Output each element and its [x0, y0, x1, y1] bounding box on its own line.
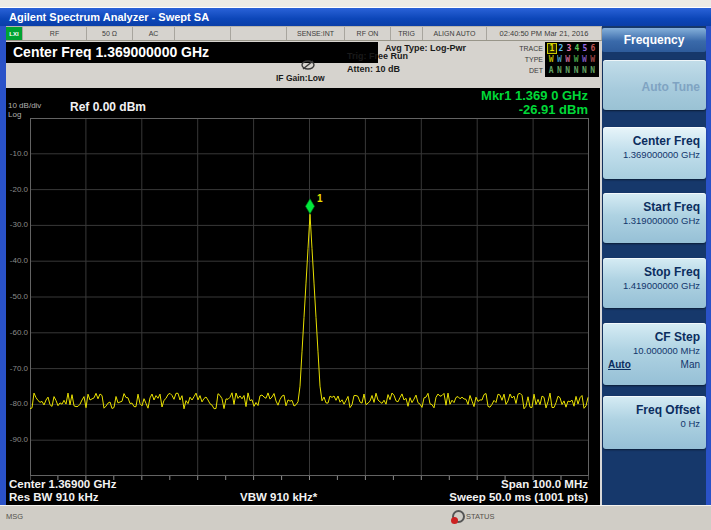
softkey-menu: Frequency Auto TuneCenter Freq1.36900000… [602, 26, 706, 505]
y-axis-tick-label: -60.0 [6, 329, 28, 337]
softkey-value: 0 Hz [608, 417, 700, 430]
softkey-label: Start Freq [608, 200, 700, 214]
softkey-cf-step[interactable]: CF Step10.000000 MHzAutoMan [603, 323, 706, 385]
atten-label: Atten: 10 dB [347, 64, 400, 74]
if-gain-label: IF Gain:Low [276, 73, 325, 83]
app-window: Agilent Spectrum Analyzer - Swept SA LXI… [0, 0, 711, 530]
ref-level-label: Ref 0.00 dBm [70, 100, 146, 114]
status-cell: SENSE:INT [287, 27, 345, 40]
y-axis-tick-label: -40.0 [6, 257, 28, 265]
spectrum-display: Mkr1 1.369 0 GHz -26.91 dBm 10 dB/div Lo… [6, 88, 602, 505]
toggle-option-auto[interactable]: Auto [608, 359, 631, 370]
marker-diamond [306, 199, 315, 214]
softkey-value: 1.419000000 GHz [608, 279, 700, 292]
trace-detector: A [547, 65, 555, 76]
status-label[interactable]: STATUS [466, 512, 494, 521]
trace-number: 6 [589, 43, 597, 54]
trace-type: W [580, 54, 588, 65]
trace-legend-row-label: DET [497, 67, 543, 74]
marker-readout: Mkr1 1.369 0 GHz -26.91 dBm [481, 89, 588, 117]
window-title: Agilent Spectrum Analyzer - Swept SA [9, 11, 209, 23]
lxi-indicator: LXI [6, 27, 23, 40]
menu-title: Frequency [602, 28, 706, 52]
center-freq-readout-text: Center Freq 1.369000000 GHz [13, 44, 209, 60]
trace-legend-row: WWWWWW [547, 54, 597, 65]
center-freq-readout: Center Freq 1.369000000 GHz [6, 42, 378, 63]
span-annotation: Span 100.0 MHz [501, 478, 588, 490]
y-axis-tick-label: -30.0 [6, 221, 28, 229]
softkey-start-freq[interactable]: Start Freq1.319000000 GHz [603, 193, 706, 243]
trace-detector: N [588, 65, 596, 76]
trace-number: 1 [547, 43, 557, 54]
status-icon [452, 510, 465, 523]
trace-number: 4 [573, 43, 581, 54]
softkey-auto-tune[interactable]: Auto Tune [603, 60, 706, 110]
toggle-option-man[interactable]: Man [681, 359, 700, 370]
graticule-plot: 1 [30, 118, 589, 482]
softkey-stop-freq[interactable]: Stop Freq1.419000000 GHz [603, 258, 706, 308]
window-title-bar[interactable]: Agilent Spectrum Analyzer - Swept SA [0, 8, 711, 26]
rbw-annotation: Res BW 910 kHz [9, 491, 98, 503]
softkey-center-freq[interactable]: Center Freq1.369000000 GHz [603, 127, 706, 179]
trace-legend-row: 123456 [547, 43, 597, 54]
scale-label: 10 dB/div [8, 101, 41, 110]
softkey-label: CF Step [608, 330, 700, 344]
trace-legend-row-label: TYPE [497, 56, 543, 63]
trace-number: 2 [557, 43, 565, 54]
softkey-value: 1.319000000 GHz [608, 214, 700, 227]
softkey-label: Auto Tune [608, 67, 700, 107]
status-cell: RF ON [345, 27, 391, 40]
softkey-toggle: AutoMan [608, 359, 700, 370]
sweep-annotation: Sweep 50.0 ms (1001 pts) [449, 491, 588, 503]
y-axis-tick-label: -70.0 [6, 365, 28, 373]
softkey-label: Center Freq [608, 134, 700, 148]
status-cell [175, 27, 231, 40]
y-axis-tick-label: -90.0 [6, 436, 28, 444]
msg-label[interactable]: MSG [6, 512, 23, 521]
trace-number: 3 [565, 43, 573, 54]
y-axis-tick-label: -50.0 [6, 293, 28, 301]
y-axis-tick-label: -20.0 [6, 186, 28, 194]
trace-type: W [555, 54, 563, 65]
status-cell: AC [133, 27, 175, 40]
trace-number: 5 [581, 43, 589, 54]
y-axis-tick-label: -80.0 [6, 400, 28, 408]
softkey-label: Freq Offset [608, 403, 700, 417]
scale-type-label: Log [8, 110, 21, 119]
status-cell: ALIGN AUTO [423, 27, 487, 40]
taskbar: MSG STATUS [0, 505, 711, 530]
y-axis-tick-label: -10.0 [6, 150, 28, 158]
marker-freq: Mkr1 1.369 0 GHz [481, 89, 588, 103]
trace-legend-row: ANNNNN [547, 65, 597, 76]
spectrum-trace-svg: 1 [30, 118, 589, 482]
avg-type-label: Avg Type: Log-Pwr [385, 43, 466, 53]
status-cell: RF [23, 27, 87, 40]
window-border-right [706, 26, 711, 506]
trace-detector: N [555, 65, 563, 76]
softkey-value: 1.369000000 GHz [608, 148, 700, 161]
trace-type: W [547, 54, 555, 65]
trace-type: W [564, 54, 572, 65]
center-annotation: Center 1.36900 GHz [9, 478, 116, 490]
marker-amplitude: -26.91 dBm [481, 103, 588, 117]
vbw-annotation: VBW 910 kHz* [240, 491, 317, 503]
trace-type: W [572, 54, 580, 65]
trace-detector: N [580, 65, 588, 76]
marker-number: 1 [317, 193, 323, 204]
status-cell: 50 Ω [87, 27, 133, 40]
status-cell: 02:40:50 PM Mar 21, 2016 [487, 27, 602, 40]
trace-detector: N [572, 65, 580, 76]
trace-type: W [588, 54, 596, 65]
trace-legend-row-label: TRACE [497, 45, 543, 52]
trace-legend: 123456WWWWWWANNNNN [545, 42, 599, 77]
softkey-value: 10.000000 MHz [608, 344, 700, 357]
status-cell: TRIG [391, 27, 423, 40]
window-top-strip [0, 0, 711, 8]
trace-detector: N [564, 65, 572, 76]
status-cell [231, 27, 287, 40]
softkey-label: Stop Freq [608, 265, 700, 279]
softkey-freq-offset[interactable]: Freq Offset0 Hz [603, 396, 706, 449]
status-strip: LXIRF50 ΩACSENSE:INTRF ONTRIGALIGN AUTO0… [6, 26, 602, 41]
audio-mute-icon [300, 60, 316, 70]
